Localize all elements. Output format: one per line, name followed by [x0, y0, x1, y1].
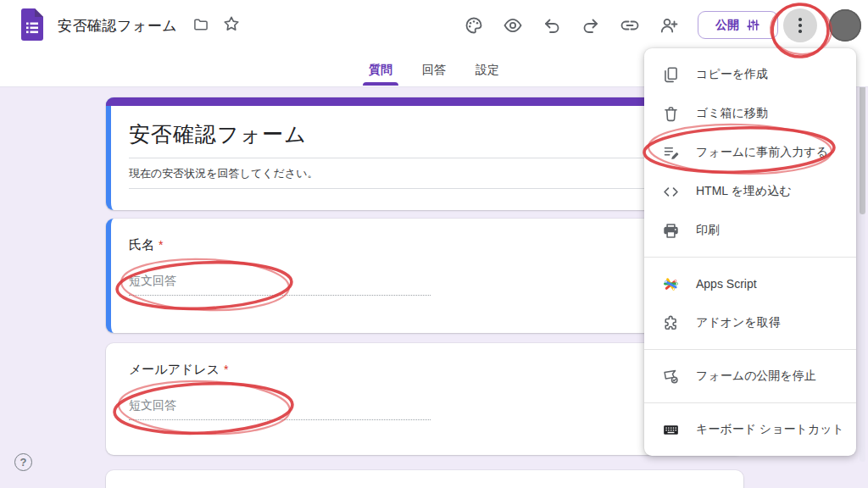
menu-item-apps-script[interactable]: Apps Script	[644, 264, 856, 303]
undo-icon[interactable]	[542, 15, 562, 36]
trash-icon	[662, 105, 680, 123]
publish-button[interactable]: 公開	[698, 11, 778, 39]
redo-icon[interactable]	[581, 15, 601, 36]
tab-questions[interactable]: 質問	[367, 63, 394, 78]
help-button[interactable]: ?	[14, 453, 32, 471]
more-options-button[interactable]	[783, 8, 817, 42]
account-avatar[interactable]	[829, 9, 861, 42]
google-forms-logo-icon[interactable]	[21, 8, 43, 41]
customize-theme-icon[interactable]	[464, 15, 484, 36]
menu-item-make-copy[interactable]: コピーを作成	[644, 55, 856, 94]
required-asterisk: *	[224, 363, 228, 376]
puzzle-piece-icon	[662, 314, 680, 332]
question-label[interactable]: メールアドレス*	[129, 362, 721, 378]
more-options-menu: コピーを作成 ゴミ箱に移動 フォームに事前入力する	[644, 48, 856, 456]
help-icon: ?	[20, 456, 27, 469]
unpublish-flag-icon	[662, 368, 680, 385]
form-title[interactable]: 安否確認フォーム	[129, 120, 721, 158]
apps-script-icon	[662, 275, 680, 293]
toolbar	[464, 15, 679, 36]
tab-responses[interactable]: 回答	[420, 63, 448, 78]
menu-item-keyboard-shortcuts[interactable]: キーボード ショートカット	[644, 410, 856, 449]
copy-link-icon[interactable]	[620, 15, 640, 36]
keyboard-icon	[662, 421, 680, 439]
menu-item-get-addons[interactable]: アドオンを取得	[644, 303, 856, 342]
move-to-folder-icon[interactable]	[192, 16, 209, 33]
short-answer-field[interactable]: 短文回答	[129, 398, 431, 420]
tab-settings[interactable]: 設定	[474, 63, 501, 78]
copy-icon	[662, 66, 680, 84]
publish-label: 公開	[715, 18, 739, 33]
preview-eye-icon[interactable]	[503, 15, 523, 36]
question-card-partial[interactable]	[106, 470, 743, 488]
code-icon	[662, 183, 680, 201]
menu-item-unpublish-form[interactable]: フォームの公開を停止	[644, 357, 856, 396]
prefill-form-icon	[662, 144, 680, 162]
menu-item-prefill-form[interactable]: フォームに事前入力する	[644, 133, 856, 172]
star-icon[interactable]	[222, 14, 241, 33]
add-collaborators-icon[interactable]	[659, 15, 679, 36]
google-forms-editor: 安否確認フォーム 現在の安否状況を回答してください。 氏名* 短文回答 メールア…	[0, 0, 868, 488]
menu-item-move-to-trash[interactable]: ゴミ箱に移動	[644, 94, 856, 133]
question-label[interactable]: 氏名*	[129, 237, 721, 253]
publish-settings-icon	[746, 18, 760, 32]
menu-item-print[interactable]: 印刷	[644, 211, 856, 250]
form-description[interactable]: 現在の安否状況を回答してください。	[129, 166, 721, 189]
short-answer-field[interactable]: 短文回答	[129, 274, 431, 296]
required-asterisk: *	[159, 238, 163, 252]
printer-icon	[662, 222, 680, 240]
menu-item-embed-html[interactable]: HTML を埋め込む	[644, 172, 856, 211]
document-title[interactable]: 安否確認フォーム	[58, 16, 177, 36]
